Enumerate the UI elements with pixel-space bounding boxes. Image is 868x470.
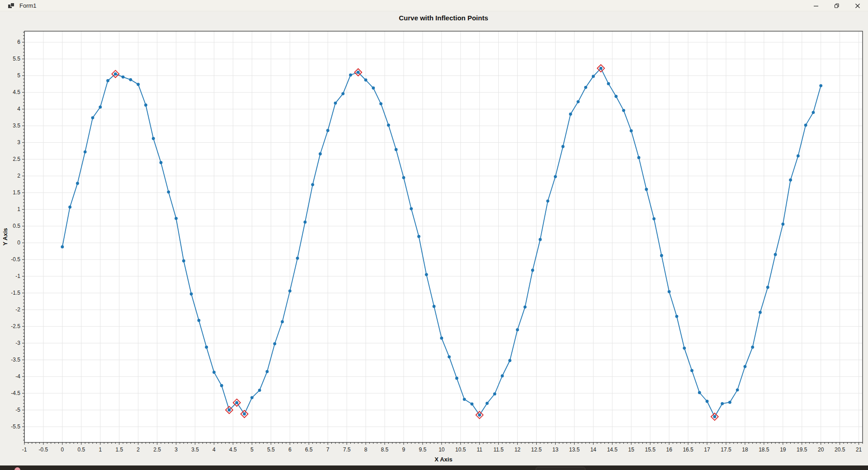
svg-text:4.5: 4.5 bbox=[13, 89, 20, 95]
window-title: Form1 bbox=[19, 2, 37, 9]
svg-text:-1: -1 bbox=[22, 446, 27, 453]
svg-text:7: 7 bbox=[326, 446, 330, 453]
svg-text:5.5: 5.5 bbox=[13, 56, 20, 62]
svg-text:21: 21 bbox=[856, 446, 862, 453]
svg-text:13: 13 bbox=[552, 446, 559, 453]
taskbar-app-icon[interactable] bbox=[14, 467, 20, 470]
svg-text:15: 15 bbox=[628, 446, 635, 453]
svg-text:3.5: 3.5 bbox=[191, 446, 199, 453]
svg-text:2.5: 2.5 bbox=[153, 446, 161, 453]
svg-text:10: 10 bbox=[439, 446, 445, 453]
svg-text:5: 5 bbox=[250, 446, 254, 453]
restore-icon bbox=[834, 3, 840, 9]
svg-text:19.5: 19.5 bbox=[797, 446, 807, 453]
minimize-button[interactable] bbox=[806, 0, 826, 11]
svg-text:13.5: 13.5 bbox=[569, 446, 580, 453]
chart-canvas[interactable]: -1-0.500.511.522.533.544.555.566.577.588… bbox=[0, 11, 868, 465]
plot-area bbox=[24, 31, 863, 442]
svg-text:-2: -2 bbox=[15, 306, 20, 313]
svg-text:4: 4 bbox=[17, 106, 20, 112]
svg-text:16.5: 16.5 bbox=[683, 446, 693, 453]
svg-text:-3.5: -3.5 bbox=[11, 357, 20, 363]
x-axis-title: X Axis bbox=[434, 456, 452, 463]
app-window: Form1 -1-0.500.511.522.533.5 bbox=[0, 0, 868, 470]
svg-text:1.5: 1.5 bbox=[115, 446, 123, 453]
inflection-chart: -1-0.500.511.522.533.544.555.566.577.588… bbox=[0, 11, 868, 465]
minimize-icon bbox=[813, 3, 819, 9]
svg-text:2.5: 2.5 bbox=[13, 156, 20, 162]
svg-text:3.5: 3.5 bbox=[13, 122, 20, 129]
svg-text:20.5: 20.5 bbox=[835, 446, 845, 453]
svg-text:16: 16 bbox=[666, 446, 672, 453]
svg-text:17: 17 bbox=[704, 446, 710, 453]
window-controls bbox=[806, 0, 868, 11]
svg-text:15.5: 15.5 bbox=[645, 446, 656, 453]
svg-text:-5.5: -5.5 bbox=[11, 423, 20, 430]
svg-text:0.5: 0.5 bbox=[13, 223, 20, 229]
svg-text:4.5: 4.5 bbox=[229, 446, 237, 453]
svg-text:5: 5 bbox=[17, 72, 20, 79]
svg-text:-4.5: -4.5 bbox=[11, 390, 20, 396]
svg-text:1: 1 bbox=[99, 446, 102, 453]
svg-text:3: 3 bbox=[175, 446, 178, 453]
svg-text:8.5: 8.5 bbox=[381, 446, 389, 453]
svg-text:-5: -5 bbox=[15, 407, 20, 413]
svg-text:5.5: 5.5 bbox=[267, 446, 275, 453]
svg-text:19: 19 bbox=[780, 446, 786, 453]
taskbar-active-button[interactable] bbox=[536, 467, 585, 470]
svg-text:9: 9 bbox=[402, 446, 406, 453]
svg-text:12: 12 bbox=[514, 446, 521, 453]
svg-text:-1: -1 bbox=[15, 273, 20, 279]
titlebar: Form1 bbox=[0, 0, 868, 11]
svg-text:18: 18 bbox=[742, 446, 748, 453]
svg-text:0.5: 0.5 bbox=[77, 446, 85, 453]
svg-text:14: 14 bbox=[590, 446, 597, 453]
close-icon bbox=[855, 3, 860, 9]
svg-text:11.5: 11.5 bbox=[493, 446, 504, 453]
svg-text:20: 20 bbox=[818, 446, 824, 453]
svg-text:0: 0 bbox=[17, 240, 20, 246]
y-axis-title: Y Axis bbox=[2, 228, 9, 245]
svg-text:4: 4 bbox=[212, 446, 216, 453]
svg-text:6: 6 bbox=[17, 39, 20, 45]
svg-text:12.5: 12.5 bbox=[531, 446, 542, 453]
svg-text:1.5: 1.5 bbox=[13, 189, 20, 196]
svg-text:0: 0 bbox=[61, 446, 64, 453]
svg-text:3: 3 bbox=[17, 139, 20, 146]
svg-text:-3: -3 bbox=[15, 340, 20, 346]
svg-text:2: 2 bbox=[17, 173, 20, 179]
chart-title: Curve with Inflection Points bbox=[399, 14, 488, 22]
form-icon bbox=[8, 3, 15, 9]
taskbar[interactable] bbox=[0, 465, 868, 470]
svg-text:-0.5: -0.5 bbox=[11, 256, 20, 263]
close-button[interactable] bbox=[847, 0, 868, 11]
svg-text:17.5: 17.5 bbox=[721, 446, 731, 453]
svg-text:14.5: 14.5 bbox=[607, 446, 618, 453]
svg-text:-0.5: -0.5 bbox=[39, 446, 48, 453]
restore-button[interactable] bbox=[826, 0, 847, 11]
svg-text:6.5: 6.5 bbox=[305, 446, 313, 453]
svg-text:10.5: 10.5 bbox=[455, 446, 466, 453]
svg-text:2: 2 bbox=[137, 446, 140, 453]
svg-text:-4: -4 bbox=[15, 373, 20, 380]
svg-text:-2.5: -2.5 bbox=[11, 323, 20, 329]
svg-text:11: 11 bbox=[476, 446, 482, 453]
svg-text:18.5: 18.5 bbox=[759, 446, 769, 453]
svg-text:8: 8 bbox=[364, 446, 368, 453]
svg-text:1: 1 bbox=[17, 206, 20, 212]
svg-text:7.5: 7.5 bbox=[343, 446, 351, 453]
svg-text:-1.5: -1.5 bbox=[11, 290, 20, 296]
svg-text:6: 6 bbox=[288, 446, 292, 453]
svg-text:9.5: 9.5 bbox=[419, 446, 427, 453]
